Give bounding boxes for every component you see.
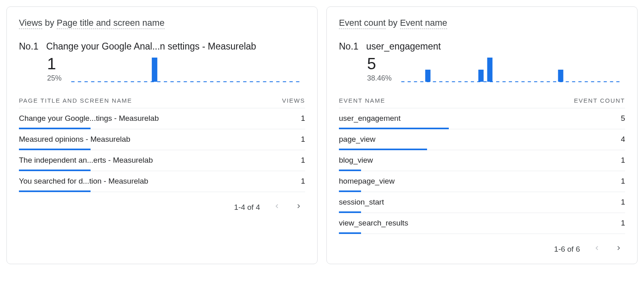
sparkline-wrap: [71, 54, 305, 83]
row-value: 1: [621, 219, 625, 228]
hero-stats-row: 5 38.46%: [339, 54, 625, 83]
card-views-by-page: Views by Page title and screen name No.1…: [6, 6, 318, 264]
table-row[interactable]: Measured opinions - Measurelab1: [19, 129, 305, 150]
row-name: session_start: [339, 198, 390, 207]
hero-stats-row: 1 25%: [19, 54, 305, 83]
row-name: The independent an...erts - Measurelab: [19, 156, 159, 165]
svg-rect-6: [558, 70, 563, 82]
chevron-left-icon: [593, 244, 601, 254]
hero-stats: 1 25%: [19, 56, 62, 83]
row-value: 1: [301, 114, 305, 123]
hero-pct: 25%: [47, 74, 62, 83]
sparkline-wrap: [401, 54, 625, 83]
hero-rank: No.1: [19, 41, 39, 52]
row-value: 1: [301, 177, 305, 186]
row-value: 1: [621, 177, 625, 186]
row-value: 4: [621, 135, 625, 144]
title-metric: Views: [19, 18, 42, 29]
table-row[interactable]: user_engagement5: [339, 108, 625, 129]
svg-rect-3: [425, 70, 431, 82]
table-row[interactable]: view_search_results1: [339, 213, 625, 234]
row-value: 1: [621, 156, 625, 165]
title-by: by: [388, 18, 397, 28]
table-header: EVENT NAME EVENT COUNT: [339, 88, 625, 108]
svg-rect-5: [487, 58, 492, 82]
hero-block: No.1 user_engagement 5 38.46%: [339, 41, 625, 83]
card-title[interactable]: Event count by Event name: [339, 17, 625, 29]
sparkline-chart: [71, 54, 303, 83]
hero-rank: No.1: [339, 41, 359, 52]
hero-block: No.1 Change your Google Anal...n setting…: [19, 41, 305, 83]
col-name: EVENT NAME: [339, 97, 385, 104]
hero-value: 1: [47, 56, 62, 72]
pager-prev-button[interactable]: [270, 201, 283, 214]
svg-rect-1: [152, 58, 157, 82]
table-row[interactable]: Change your Google...tings - Measurelab1: [19, 108, 305, 129]
col-value: EVENT COUNT: [574, 97, 625, 104]
row-name: user_engagement: [339, 114, 407, 123]
row-name: Change your Google...tings - Measurelab: [19, 114, 165, 123]
title-metric: Event count: [339, 18, 386, 29]
pager-next-button[interactable]: [292, 201, 305, 214]
col-value: VIEWS: [282, 97, 305, 104]
pager: 1-4 of 4: [19, 192, 305, 214]
row-value: 1: [621, 198, 625, 207]
chevron-left-icon: [273, 202, 281, 212]
row-name: homepage_view: [339, 177, 401, 186]
hero-name: user_engagement: [366, 41, 441, 52]
table-row[interactable]: homepage_view1: [339, 171, 625, 192]
title-dimension: Page title and screen name: [57, 18, 165, 29]
pager-prev-button[interactable]: [590, 243, 603, 256]
table-row[interactable]: You searched for d...tion - Measurelab1: [19, 171, 305, 192]
pager-label: 1-4 of 4: [234, 203, 260, 212]
card-event-count: Event count by Event name No.1 user_enga…: [326, 6, 638, 264]
card-row: Views by Page title and screen name No.1…: [6, 6, 638, 264]
hero-heading: No.1 user_engagement: [339, 41, 625, 52]
title-dimension: Event name: [400, 18, 447, 29]
row-name: Measured opinions - Measurelab: [19, 135, 137, 144]
row-name: page_view: [339, 135, 382, 144]
pager-label: 1-6 of 6: [554, 245, 580, 254]
row-bar: [19, 190, 91, 192]
table-body: Change your Google...tings - Measurelab1…: [19, 108, 305, 192]
col-name: PAGE TITLE AND SCREEN NAME: [19, 97, 132, 104]
hero-heading: No.1 Change your Google Anal...n setting…: [19, 41, 305, 52]
row-value: 5: [621, 114, 625, 123]
row-value: 1: [301, 156, 305, 165]
table-row[interactable]: session_start1: [339, 192, 625, 213]
table-row[interactable]: blog_view1: [339, 150, 625, 171]
sparkline-chart: [401, 54, 623, 83]
chevron-right-icon: [615, 244, 623, 254]
row-name: blog_view: [339, 156, 380, 165]
table-header: PAGE TITLE AND SCREEN NAME VIEWS: [19, 88, 305, 108]
pager: 1-6 of 6: [339, 234, 625, 256]
svg-rect-4: [478, 70, 483, 82]
hero-name: Change your Google Anal...n settings - M…: [46, 41, 256, 52]
row-bar: [339, 232, 361, 234]
table-row[interactable]: page_view4: [339, 129, 625, 150]
hero-pct: 38.46%: [367, 74, 392, 83]
card-title[interactable]: Views by Page title and screen name: [19, 17, 305, 29]
hero-stats: 5 38.46%: [339, 56, 392, 83]
row-name: You searched for d...tion - Measurelab: [19, 177, 155, 186]
chevron-right-icon: [295, 202, 303, 212]
row-name: view_search_results: [339, 219, 415, 228]
table-row[interactable]: The independent an...erts - Measurelab1: [19, 150, 305, 171]
table-body: user_engagement5page_view4blog_view1home…: [339, 108, 625, 234]
hero-value: 5: [367, 56, 392, 72]
title-by: by: [45, 18, 54, 28]
pager-next-button[interactable]: [612, 243, 625, 256]
row-value: 1: [301, 135, 305, 144]
